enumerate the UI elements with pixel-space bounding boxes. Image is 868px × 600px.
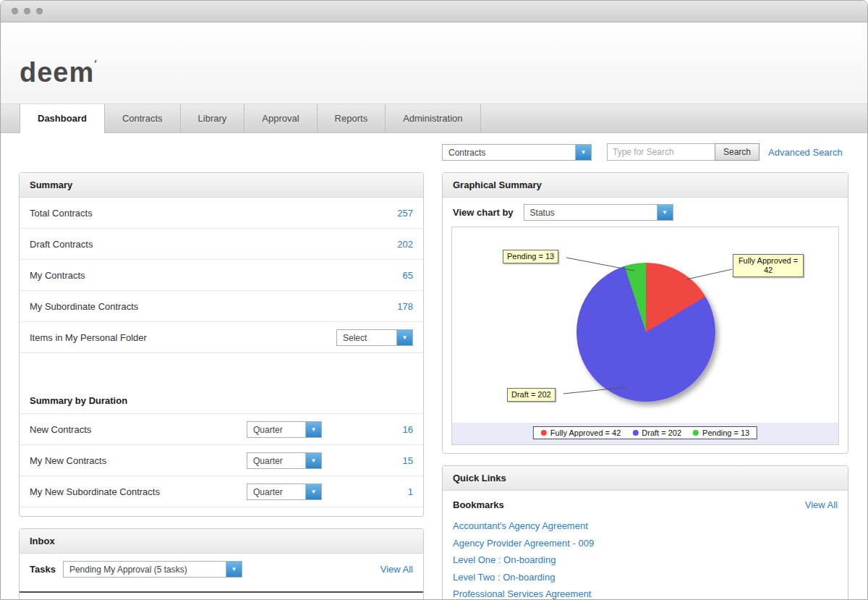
inbox-view-all-link[interactable]: View All: [380, 564, 413, 575]
spacer: [20, 353, 423, 388]
chevron-down-icon[interactable]: ▼: [226, 562, 242, 577]
legend-label: Draft = 202: [642, 428, 681, 437]
task-contract-link[interactable]: IT Purchase Contract - 004: [30, 597, 183, 600]
bookmark-link[interactable]: Agency Provider Agreement - 009: [453, 535, 838, 552]
quick-links-title: Quick Links: [443, 466, 848, 491]
inbox-task-list: IT Purchase Contract - 004 09-Sep-2008 0…: [20, 591, 423, 600]
callout-draft: Draft = 202: [507, 388, 556, 402]
task-timestamp: 09-Sep-2008 08:10: [183, 597, 263, 600]
summary-by-duration-title: Summary by Duration: [20, 388, 423, 414]
duration-row-my-new-contracts: My New Contracts Quarter ▼ 15: [20, 445, 423, 476]
bookmarks-row: Bookmarks View All: [443, 491, 848, 516]
chevron-down-icon[interactable]: ▼: [305, 453, 321, 468]
main-content: Contracts ▼ Search Advanced Search Summa…: [1, 134, 867, 599]
row-label: My New Subordinate Contracts: [30, 486, 247, 497]
legend-label: Pending = 13: [702, 428, 749, 437]
summary-panel-title: Summary: [20, 173, 423, 198]
search-bar: Contracts ▼ Search Advanced Search: [442, 143, 847, 161]
my-new-contracts-period-select[interactable]: Quarter ▼: [247, 452, 322, 469]
chevron-down-icon[interactable]: ▼: [305, 422, 321, 437]
summary-panel: Summary Total Contracts 257 Draft Contra…: [19, 172, 424, 517]
legend-dot: [632, 430, 638, 436]
my-contracts-count[interactable]: 65: [403, 270, 413, 281]
tasks-filter-select[interactable]: Pending My Approval (5 tasks) ▼: [63, 561, 242, 578]
quick-links-panel: Quick Links Bookmarks View All Accountan…: [442, 465, 848, 600]
tab-dashboard[interactable]: Dashboard: [20, 104, 105, 133]
period-select-value: Quarter: [247, 484, 305, 499]
window-control-dot[interactable]: [24, 8, 30, 14]
inbox-panel: Inbox Tasks Pending My Approval (5 tasks…: [19, 528, 424, 600]
bookmark-link[interactable]: Level Two : On-boarding: [453, 569, 838, 586]
logo-text: deem: [20, 57, 94, 88]
inbox-panel-title: Inbox: [20, 529, 423, 554]
tasks-filter-value: Pending My Approval (5 tasks): [64, 562, 226, 577]
search-input[interactable]: [607, 143, 715, 161]
subordinate-contracts-count[interactable]: 178: [397, 301, 413, 312]
graphical-summary-panel: Graphical Summary View chart by Status ▼…: [442, 172, 848, 454]
duration-row-my-new-subordinate-contracts: My New Subordinate Contracts Quarter ▼ 1: [20, 476, 423, 507]
tab-contracts[interactable]: Contracts: [105, 104, 181, 132]
search-category-select[interactable]: Contracts ▼: [442, 144, 592, 161]
tab-approval[interactable]: Approval: [244, 104, 317, 132]
app-window: deem′ Dashboard Contracts Library Approv…: [0, 0, 868, 600]
new-contracts-count[interactable]: 16: [403, 424, 413, 435]
chevron-down-icon[interactable]: ▼: [657, 205, 673, 220]
search-button[interactable]: Search: [715, 143, 760, 161]
tab-reports[interactable]: Reports: [318, 104, 386, 132]
logo-mark: ′: [94, 57, 98, 69]
callout-pending: Pending = 13: [503, 250, 558, 263]
row-label: Draft Contracts: [30, 239, 93, 250]
tasks-label: Tasks: [30, 564, 56, 575]
app-header: deem′: [1, 22, 867, 103]
inbox-task-row: IT Purchase Contract - 004 09-Sep-2008 0…: [20, 593, 423, 600]
advanced-search-link[interactable]: Advanced Search: [768, 147, 843, 158]
personal-folder-select[interactable]: Select ▼: [336, 329, 413, 346]
status-pie-chart[interactable]: [576, 263, 715, 402]
tab-administration[interactable]: Administration: [386, 104, 480, 132]
legend-item: Draft = 202: [632, 428, 681, 437]
row-label: Total Contracts: [30, 208, 93, 219]
tasks-row: Tasks Pending My Approval (5 tasks) ▼ Vi…: [20, 554, 423, 585]
chevron-down-icon[interactable]: ▼: [396, 330, 412, 345]
my-new-subordinate-count[interactable]: 1: [408, 486, 413, 497]
window-control-dot[interactable]: [36, 8, 43, 14]
window-control-dot[interactable]: [12, 8, 18, 14]
summary-row-subordinate-contracts: My Subordinate Contracts 178: [20, 291, 423, 322]
bookmarks-label: Bookmarks: [453, 499, 504, 510]
my-new-subordinate-period-select[interactable]: Quarter ▼: [247, 483, 322, 500]
bookmarks-view-all-link[interactable]: View All: [805, 499, 838, 510]
row-label: New Contracts: [30, 424, 247, 435]
new-contracts-period-select[interactable]: Quarter ▼: [247, 421, 322, 438]
window-titlebar[interactable]: [1, 1, 867, 22]
chart-type-select-value: Status: [524, 205, 657, 220]
chart-controls: View chart by Status ▼: [443, 198, 848, 227]
bookmark-link[interactable]: Level One : On-boarding: [453, 552, 838, 569]
summary-row-draft-contracts: Draft Contracts 202: [20, 229, 423, 260]
deem-logo: deem′: [20, 57, 98, 88]
chart-type-select[interactable]: Status ▼: [524, 204, 673, 221]
main-nav-tabbar: Dashboard Contracts Library Approval Rep…: [1, 103, 867, 133]
draft-contracts-count[interactable]: 202: [397, 239, 413, 250]
my-new-contracts-count[interactable]: 15: [403, 455, 413, 466]
row-label: My Contracts: [30, 270, 85, 281]
row-label: My Subordinate Contracts: [30, 301, 138, 312]
chevron-down-icon[interactable]: ▼: [575, 145, 591, 160]
legend-dot: [541, 430, 547, 436]
period-select-value: Quarter: [247, 422, 305, 437]
legend-item: Pending = 13: [693, 428, 749, 437]
summary-row-my-contracts: My Contracts 65: [20, 260, 423, 291]
period-select-value: Quarter: [247, 453, 305, 468]
bookmark-link[interactable]: Accountant's Agency Agreement: [453, 517, 838, 535]
chevron-down-icon[interactable]: ▼: [305, 484, 321, 499]
bookmark-link[interactable]: Professional Services Agreement: [453, 586, 838, 600]
bookmarks-list: Accountant's Agency Agreement Agency Pro…: [443, 516, 848, 600]
row-label: My New Contracts: [30, 455, 247, 466]
search-category-value: Contracts: [443, 145, 575, 160]
pie-chart-area: Pending = 13 Fully Approved = 42 Draft =…: [451, 227, 839, 445]
summary-row-total-contracts: Total Contracts 257: [20, 198, 423, 229]
total-contracts-count[interactable]: 257: [397, 208, 413, 219]
tab-library[interactable]: Library: [181, 104, 245, 132]
legend-item: Fully Approved = 42: [541, 428, 621, 437]
view-chart-by-label: View chart by: [453, 207, 514, 218]
callout-fully-approved: Fully Approved = 42: [733, 254, 804, 277]
